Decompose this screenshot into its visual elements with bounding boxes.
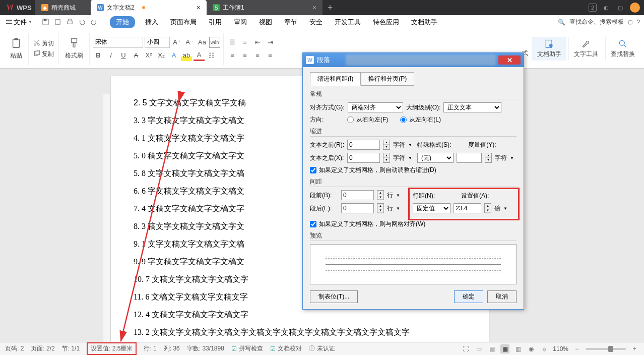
ribbon-tab-review[interactable]: 审阅 [232,16,249,28]
bullets-button[interactable]: ☰ [227,37,238,48]
format-painter-button[interactable]: 格式刷 [62,36,86,62]
before-para-input[interactable] [341,190,374,200]
spinner[interactable]: ▲▼ [484,203,491,213]
dialog-tab-indent[interactable]: 缩进和间距(I) [310,72,361,86]
print-icon[interactable] [65,17,76,28]
status-section[interactable]: 节: 1/1 [62,344,80,353]
highlight-button[interactable]: ab [181,50,192,61]
search-label[interactable]: 查找命令、搜索模板 [569,18,624,26]
spinner[interactable]: ▲▼ [377,203,384,213]
tab-daoke[interactable]: ◆ 稻壳商城 [35,0,91,15]
doc-text-selected[interactable]: 2. 5 文字文稿文字文稿文字文稿 [134,98,246,107]
vertical-ruler[interactable] [103,94,110,342]
bold-button[interactable]: B [93,50,104,61]
tab-doc-active[interactable]: W 文字文稿2 × [91,0,207,15]
status-set-value-highlighted[interactable]: 设置值: 2.5厘米 [87,342,137,355]
zoom-level[interactable]: 110% [553,345,568,352]
shading-button[interactable]: ☷ [206,50,217,61]
status-proofing[interactable]: ☑文档校对 [270,344,302,353]
align-justify-button[interactable]: ≡ [265,50,276,61]
subscript-button[interactable]: X₂ [156,50,167,61]
line-spacing-select[interactable]: 固定值 [413,203,450,213]
ltr-radio[interactable]: 从左向右(L) [400,115,441,124]
text-tools-button[interactable]: 文字工具 [568,37,603,61]
close-button[interactable]: ✕ [498,55,521,65]
close-icon[interactable]: × [197,4,201,12]
spinner[interactable]: ▲▼ [377,190,384,200]
spinner[interactable]: ▲▼ [485,153,492,163]
italic-button[interactable]: I [105,50,116,61]
font-size-select[interactable] [145,37,170,48]
ribbon-tab-security[interactable]: 安全 [307,16,325,28]
status-auth[interactable]: ⓘ未认证 [309,344,335,353]
text-effect-button[interactable]: A [168,50,179,61]
ribbon-tab-insert[interactable]: 插入 [143,16,160,28]
indent-dec-button[interactable]: ⇤ [252,37,263,48]
special-select[interactable]: (无) [417,153,454,163]
grid-icon[interactable]: ▢ [616,3,625,12]
indent-inc-button[interactable]: ⇥ [265,37,276,48]
new-tab-button[interactable]: + [323,3,338,13]
status-page[interactable]: 页面: 2/2 [31,344,54,353]
ribbon-tab-dev[interactable]: 开发工具 [333,16,363,28]
ribbon-tab-special[interactable]: 特色应用 [371,16,401,28]
help-icon[interactable]: ? [636,19,640,26]
dialog-titlebar[interactable]: W 段落 ✕ [303,53,524,67]
eye-icon[interactable]: ◉ [527,344,536,353]
zoom-in-button[interactable]: + [630,344,639,353]
redo-icon[interactable] [89,17,100,28]
font-name-select[interactable] [93,37,143,48]
badge-icon[interactable]: 2 [589,4,597,12]
snap-grid-check[interactable]: 如果定义了文档网格，则与网格对齐(W) [310,220,517,228]
after-para-input[interactable] [341,203,374,213]
read-view-icon[interactable]: ▭ [474,344,483,353]
tabs-button[interactable]: 制表位(T)... [310,290,358,303]
auto-adjust-indent-check[interactable]: 如果定义了文档网格，则自动调整右缩进(D) [310,166,517,174]
page-view-icon[interactable]: ▦ [500,344,509,353]
measure-input[interactable] [457,153,482,163]
status-spellcheck[interactable]: ☑拼写检查 [231,344,263,353]
grow-font-icon[interactable]: A⁺ [171,37,182,48]
underline-button[interactable]: U [118,50,129,61]
before-text-input[interactable] [347,140,380,150]
undo-icon[interactable] [77,17,88,28]
ribbon-tab-start[interactable]: 开始 [110,16,135,28]
change-case-icon[interactable]: Aa [197,37,208,48]
fullscreen-icon[interactable]: ⛶ [461,344,470,353]
paste-button[interactable]: 粘贴 [7,36,25,62]
outline-select[interactable]: 正文文本 [443,102,501,112]
collapse-ribbon-icon[interactable]: ▢ [628,19,632,25]
zoom-out-button[interactable]: − [572,344,582,353]
print-preview-icon[interactable] [52,17,63,28]
align-right-button[interactable]: ≡ [252,50,263,61]
avatar[interactable] [630,3,640,13]
spinner[interactable]: ▲▼ [383,153,390,163]
rtl-radio[interactable]: 从右向左(F) [347,115,388,124]
doc-assistant-button[interactable]: 文档助手 [532,37,566,61]
ribbon-tab-assistant[interactable]: 文档助手 [409,16,439,28]
sun-icon[interactable]: ☼ [540,344,549,353]
align-center-button[interactable]: ≡ [239,50,250,61]
copy-button[interactable]: 复制 [32,49,55,60]
status-col[interactable]: 列: 36 [164,344,180,353]
phonetic-icon[interactable]: wén [209,37,220,48]
skin-icon[interactable]: ◐ [602,3,611,12]
file-menu[interactable]: 文件 ▼ [3,16,35,28]
close-icon[interactable]: × [312,4,316,12]
ribbon-tab-section[interactable]: 章节 [282,16,299,28]
doc-text[interactable]: 13. 2 文稿文字文稿文字文稿文字文稿文字文稿文字文稿文字文稿文字文稿文字 [134,323,466,341]
set-value-input[interactable] [454,203,481,213]
outline-view-icon[interactable]: ▤ [487,344,496,353]
cut-button[interactable]: 剪切 [32,38,55,49]
align-left-button[interactable]: ≡ [227,50,238,61]
find-replace-button[interactable]: 查找替换 [605,37,640,61]
ribbon-tab-ref[interactable]: 引用 [207,16,224,28]
status-words[interactable]: 字数: 33/1898 [187,344,224,353]
ribbon-tab-layout[interactable]: 页面布局 [168,16,199,28]
web-view-icon[interactable]: ▥ [513,344,523,353]
status-page-no[interactable]: 页码: 2 [5,344,24,353]
status-row[interactable]: 行: 1 [144,344,156,353]
spinner[interactable]: ▲▼ [383,140,390,150]
zoom-slider[interactable] [586,348,626,350]
numbering-button[interactable]: ≡ [239,37,250,48]
